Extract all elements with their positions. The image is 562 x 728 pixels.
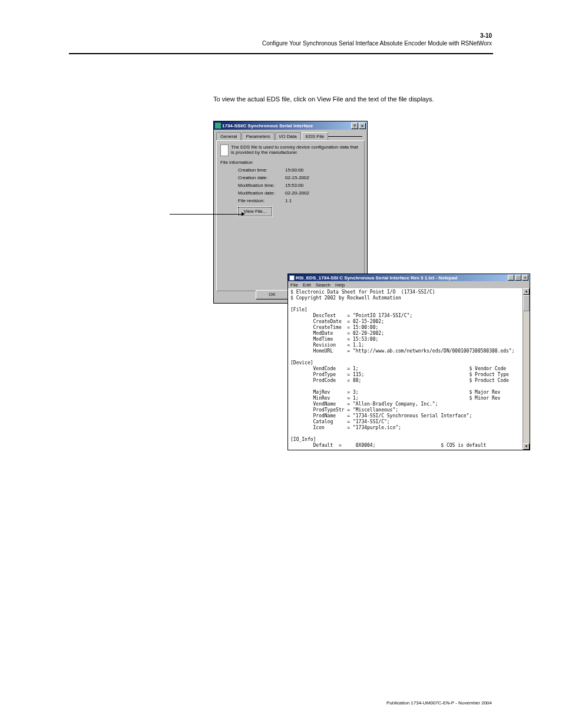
file-information-label: File information: [220, 160, 361, 165]
chapter-title: Configure Your Synchronous Serial Interf…: [262, 40, 492, 47]
close-button[interactable]: ×: [359, 123, 366, 129]
scroll-down-button[interactable]: ▼: [523, 443, 530, 450]
footer-publication: Publication 1734-UM007C-EN-P - November …: [386, 700, 492, 706]
eds-description-row: The EDS file is used to convey device co…: [220, 144, 361, 156]
menu-file[interactable]: File: [290, 282, 298, 288]
modification-date-value: 02-20-2002: [285, 190, 309, 196]
notepad-document-icon: [289, 275, 295, 281]
menu-edit[interactable]: Edit: [303, 282, 311, 288]
maximize-button[interactable]: □: [515, 275, 521, 281]
file-revision-row: File revision: 1.1: [238, 198, 361, 203]
callout-arrowhead-viewfile: [242, 212, 245, 216]
notepad-scrollbar[interactable]: ▲ ▼: [523, 288, 530, 450]
file-revision-label: File revision:: [238, 198, 285, 203]
modification-date-label: Modification date:: [238, 190, 285, 196]
callout-arrow-viewfile: [170, 214, 243, 215]
dialog-icon: [215, 123, 221, 129]
menu-search[interactable]: Search: [316, 282, 330, 288]
creation-time-value: 15:00:00: [285, 167, 303, 173]
creation-time-row: Creation time: 15:00:00: [238, 167, 361, 173]
tab-eds-file[interactable]: EDS File: [302, 132, 329, 140]
modification-time-label: Modification time:: [238, 183, 285, 188]
modification-time-value: 15:53:00: [285, 183, 303, 188]
creation-date-label: Creation date:: [238, 175, 285, 180]
instruction-text: To view the actual EDS file, click on Vi…: [213, 95, 490, 103]
callout-arrow-tab: [327, 136, 362, 137]
notepad-menubar: File Edit Search Help: [288, 281, 530, 288]
file-revision-value: 1.1: [285, 198, 292, 203]
eds-description: The EDS file is used to convey device co…: [231, 144, 361, 155]
header-rule: [69, 53, 493, 54]
tab-parameters[interactable]: Parameters: [242, 132, 274, 140]
scroll-up-button[interactable]: ▲: [523, 288, 530, 295]
notepad-close-button[interactable]: ×: [522, 275, 528, 281]
dialog-titlebar: 1734-SSI/C Synchronous Serial Interface …: [214, 121, 367, 130]
menu-help[interactable]: Help: [335, 282, 345, 288]
scroll-thumb[interactable]: [523, 295, 530, 311]
dialog-title: 1734-SSI/C Synchronous Serial Interface: [222, 123, 351, 129]
notepad-title: RSI_EDS_1734-SSI C Synchronous Serial In…: [296, 275, 507, 281]
page-header: 3-10 Configure Your Synchronous Serial I…: [262, 32, 492, 47]
minimize-button[interactable]: _: [508, 275, 514, 281]
eds-file-icon: [220, 144, 229, 156]
notepad-content[interactable]: $ Electronic Data Sheet for Point I/O (1…: [288, 288, 530, 450]
ok-button[interactable]: OK: [256, 290, 289, 299]
tab-general[interactable]: General: [216, 132, 241, 140]
help-button[interactable]: ?: [351, 123, 358, 129]
creation-date-value: 02-15-2002: [285, 175, 309, 180]
modification-date-row: Modification date: 02-20-2002: [238, 190, 361, 196]
eds-file-panel: The EDS file is used to convey device co…: [216, 140, 365, 291]
modification-time-row: Modification time: 15:53:00: [238, 183, 361, 188]
creation-time-label: Creation time:: [238, 167, 285, 173]
creation-date-row: Creation date: 02-15-2002: [238, 175, 361, 180]
chapter-ref: 3-10: [262, 32, 492, 39]
notepad-titlebar: RSI_EDS_1734-SSI C Synchronous Serial In…: [288, 274, 530, 281]
tab-io-data[interactable]: I/O Data: [275, 132, 301, 140]
notepad-window: RSI_EDS_1734-SSI C Synchronous Serial In…: [287, 274, 530, 450]
